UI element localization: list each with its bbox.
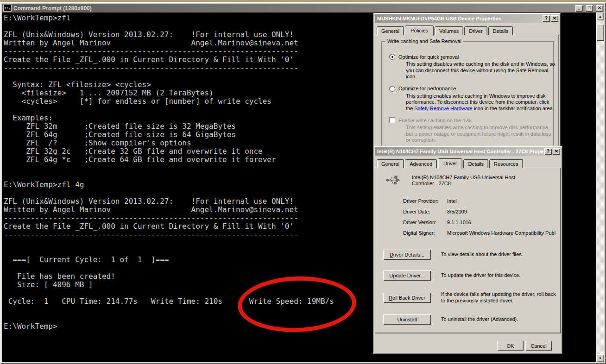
console-line: <filesize> 1 ... 2097152 MB (2 TeraBytes… [4,89,334,97]
tab-driver[interactable]: Driver [438,158,462,169]
console-line: ZFL 64g ;Created file size is 64 GigaByt… [4,131,334,139]
console-line [4,264,334,272]
console-line: Syntax: ZFL <filesize> <cycles> [4,81,334,89]
console-scrollbar[interactable]: ▲ ▼ [596,13,604,362]
driver-action-row: Update Driver...To update the driver for… [383,270,561,281]
console-line: File has been created! [4,272,334,281]
console-line: Cycle: 1 CPU Time: 214.77s Write Time: 2… [4,297,334,306]
usb-dialog-titlebar: MUSHKIN MKNUFDVP64GB USB Device Properti… [375,14,559,23]
driver-info-row: Driver Provider:Intel [403,198,561,209]
tab-details[interactable]: Details [463,159,488,168]
driver-action-desc: If the device fails after updating the d… [441,291,558,304]
console-line: ZFL 32m ;Created file size is 32 MegaByt… [4,122,334,131]
console-line [4,239,334,247]
scrollbar-thumb[interactable] [596,24,604,41]
driver-details-button[interactable]: Driver Details... [383,250,431,260]
console-line [4,164,334,172]
driver-action-desc: To view details about the driver files. [441,251,558,258]
tab-advanced[interactable]: Advanced [405,159,437,168]
console-line: ----------------------------------------… [4,231,334,239]
optimize-quick-removal-label: Optimize for quick removal [398,54,459,60]
minimize-button[interactable]: _ [575,5,583,12]
console-line: ZFL 64g *c ;Create 64 GB file and overwr… [4,156,334,164]
intel-usb-controller-properties-dialog: Intel(R) N10/ICH7 Family USB Universal H… [373,146,562,354]
console-line: ===[ Current Cycle: 1 of 1 ]=== [4,256,334,264]
write-caching-groupbox: Write caching and Safe Removal Optimize … [381,41,554,162]
tab-volumes[interactable]: Volumes [435,26,463,35]
console-titlebar: C:\ Command Prompt (1280x800) _ □ ✕ [2,4,604,13]
close-button[interactable]: ✕ [596,5,603,12]
console-line [4,22,334,31]
maximize-button[interactable]: □ [586,5,593,12]
console-window-title: Command Prompt (1280x800) [13,5,573,12]
usb-dialog-title: MUSHKIN MKNUFDVP64GB USB Device Properti… [377,16,542,21]
console-line [4,306,334,314]
driver-action-desc: To uninstall the driver (Advanced). [441,316,558,323]
tab-general[interactable]: General [377,26,404,35]
driver-action-row: Driver Details...To view details about t… [383,250,561,260]
device-header: Intel(R) N10/ICH7 Family USB Universal H… [375,168,561,187]
safely-remove-hardware-link[interactable]: Safely Remove Hardware [414,106,472,111]
console-line: E:\WorkTemp>zfl 4g [4,181,334,189]
console-line: Examples: [4,114,334,122]
console-line [4,172,334,181]
console-line: E:\WorkTemp>zfl [4,14,334,22]
uninstall-button[interactable]: Uninstall [383,314,431,325]
intel-dialog-title: Intel(R) N10/ICH7 Family USB Universal H… [377,149,543,154]
radio-icon[interactable] [389,54,395,60]
roll-back-driver-button[interactable]: Roll Back Driver [383,293,431,303]
close-icon[interactable]: ✕ [551,15,558,22]
scroll-up-icon[interactable]: ▲ [596,13,604,20]
groupbox-title: Write caching and Safe Removal [385,38,463,44]
optimize-quick-removal-radio[interactable]: Optimize for quick removal [389,54,547,60]
help-icon[interactable]: ? [544,148,552,155]
enable-write-caching-checkbox: Enable write caching on the disk [389,117,547,123]
usb-device-icon [386,174,400,186]
console-line: ----------------------------------------… [4,64,334,72]
console-line: ZFL 32g 2c ;Create 32 GB file and overwr… [4,147,334,156]
scroll-down-icon[interactable]: ▼ [596,354,604,362]
driver-info-row: Driver Version:9.1.1.1016 [403,220,561,230]
driver-actions: Driver Details...To view details about t… [383,250,561,325]
console-line: Create the File _ZFL_.000 in Current Dir… [4,222,334,231]
console-line: ZFL (Unix&Windows) Version 2013.02.27: !… [4,31,334,39]
optimize-performance-radio[interactable]: Optimize for performance [389,86,547,92]
help-icon[interactable]: ? [543,15,550,22]
console-line: E:\WorkTemp> [4,322,334,331]
console-line: Written by Angel Marinov Angel.Marinov@s… [4,206,334,214]
close-icon[interactable]: ✕ [553,148,560,155]
radio-icon[interactable] [389,86,395,92]
tab-general[interactable]: General [377,159,404,168]
usb-tabs: GeneralPoliciesVolumesDriverDetails [375,23,559,35]
console-line: ----------------------------------------… [4,47,334,56]
quick-removal-description: This setting disables write caching on t… [406,61,555,80]
console-line: ----------------------------------------… [4,214,334,222]
console-text: E:\WorkTemp>zfl ZFL (Unix&Windows) Versi… [4,14,334,331]
driver-info-rows: Driver Provider:IntelDriver Date:8/5/200… [403,198,561,241]
console-line: ZFL (Unix&Windows) Version 2013.02.27: !… [4,197,334,206]
driver-info-row: Driver Date:8/5/2009 [403,209,561,220]
tab-resources[interactable]: Resources [489,159,523,168]
driver-action-desc: To update the driver for this device. [441,272,558,279]
update-driver-button[interactable]: Update Driver... [383,270,431,281]
device-name: Intel(R) N10/ICH7 Family USB Universal H… [412,174,515,187]
command-prompt-icon: C:\ [3,5,12,12]
console-line [4,314,334,322]
intel-driver-tab-page: Intel(R) N10/ICH7 Family USB Universal H… [375,168,561,333]
checkbox-icon [389,117,395,123]
tab-details[interactable]: Details [488,26,513,35]
tab-driver[interactable]: Driver [464,26,487,35]
console-line: Create the File _ZFL_.000 in Current Dir… [4,56,334,64]
tab-policies[interactable]: Policies [405,25,434,36]
console-line: <cycles> [*] for endless or [number] of … [4,97,334,106]
driver-action-row: Roll Back DriverIf the device fails afte… [383,291,561,304]
ok-button[interactable]: OK [497,341,524,351]
write-caching-description: This setting enables write caching to im… [406,125,555,144]
cancel-button[interactable]: Cancel [525,341,552,351]
performance-description: This setting enables write caching in Wi… [406,93,555,112]
enable-write-caching-label: Enable write caching on the disk [398,118,472,123]
driver-action-row: UninstallTo uninstall the driver (Advanc… [383,314,561,325]
console-line [4,72,334,81]
console-line: Size: [ 4096 MB ] [4,281,334,289]
console-line: Written by Angel Marinov Angel.Marinov@s… [4,39,334,47]
